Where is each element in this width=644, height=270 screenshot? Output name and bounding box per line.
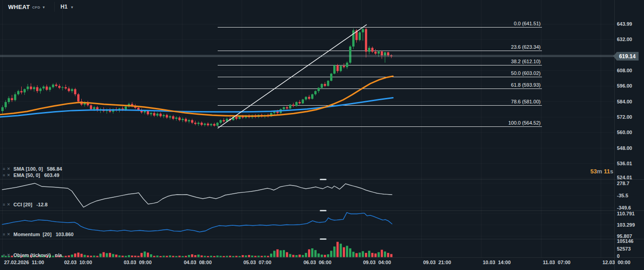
indicator-remove-icon[interactable]: ✕ <box>7 232 10 237</box>
time-axis-label: 11.03 07:00 <box>543 260 570 265</box>
timeframe-label: H1 <box>61 4 67 10</box>
countdown-seconds-unit: s <box>610 168 613 175</box>
svg-text:23.6 (623.34): 23.6 (623.34) <box>511 44 541 50</box>
panel-separators <box>0 0 644 270</box>
chevron-down-icon[interactable]: ▾ <box>71 5 73 9</box>
legend-row-volume: ≡ ✕ Objem (tickový) n/a <box>3 252 62 258</box>
grid-layer <box>0 0 615 258</box>
svg-text:50.0 (603.02): 50.0 (603.02) <box>511 70 541 76</box>
panel-resize-handle[interactable] <box>320 179 327 180</box>
fibonacci-retracement-layer: 0.0 (641.51)23.6 (623.34)38.2 (612.10)50… <box>218 21 542 127</box>
price-axis-label: 536.01 <box>617 161 632 166</box>
moving-averages-layer <box>0 76 393 117</box>
momentum-line-layer <box>2 213 392 232</box>
legend-row-ema: ≡ ✕ EMA [50, 0] 603.49 <box>3 172 59 178</box>
price-axis-label: 608.00 <box>617 68 632 73</box>
price-axis-label: 643.99 <box>617 21 632 27</box>
cci-line-layer <box>2 183 392 207</box>
time-axis-label: 09.03 21:00 <box>423 260 451 265</box>
indicator-value: -12.8 <box>36 202 47 207</box>
indicator-settings-icon[interactable]: ≡ <box>3 173 5 177</box>
indicator-settings-icon[interactable]: ≡ <box>3 253 5 257</box>
candle-countdown: 53m 11s <box>574 168 613 175</box>
svg-text:100.0 (564.52): 100.0 (564.52) <box>508 120 541 126</box>
countdown-minutes: 53 <box>590 168 597 175</box>
legend-row-sma: ≡ ✕ SMA [100, 0] 586.84 <box>3 166 62 172</box>
indicator-name: CCI [20] <box>14 202 33 207</box>
chart-canvas[interactable]: 0.0 (641.51)23.6 (623.34)38.2 (612.10)50… <box>0 0 644 270</box>
chart-topbar: WHEAT CFD ▾ H1 ▾ <box>0 0 644 14</box>
trading-chart-window: 0.0 (641.51)23.6 (623.34)38.2 (612.10)50… <box>0 0 644 270</box>
chevron-down-icon[interactable]: ▾ <box>42 5 45 9</box>
time-axis-label: 04.03 08:00 <box>184 260 212 265</box>
svg-text:38.2 (612.10): 38.2 (612.10) <box>511 59 541 64</box>
price-axis-label: 584.00 <box>617 99 632 104</box>
indicator-remove-icon[interactable]: ✕ <box>7 167 10 171</box>
indicator-settings-icon[interactable]: ≡ <box>3 167 5 171</box>
indicator-value: 103.860 <box>56 232 74 237</box>
panel-resize-handle[interactable] <box>320 238 327 240</box>
volume-axis-label: 105146 <box>617 238 634 244</box>
legend-row-momentum: ≡ ✕ Momentum [20] 103.860 <box>3 232 74 237</box>
indicator-settings-icon[interactable]: ≡ <box>3 202 5 207</box>
trend-line[interactable] <box>218 24 367 128</box>
price-axis-label: 596.00 <box>617 83 632 88</box>
indicator-name: Objem (tickový) <box>14 252 51 258</box>
indicator-remove-icon[interactable]: ✕ <box>7 253 10 257</box>
cci-axis-label: -35.5 <box>617 193 628 198</box>
momentum-axis-label: 110.791 <box>617 211 635 216</box>
svg-text:0.0 (641.51): 0.0 (641.51) <box>514 21 541 26</box>
time-axis-label: 06.03 06:00 <box>303 260 331 265</box>
time-axis-label: 27.02.2026 11:00 <box>4 260 44 265</box>
legend-row-cci: ≡ ✕ CCI [20] -12.8 <box>3 202 47 207</box>
indicator-value: 586.84 <box>47 166 62 172</box>
price-axis-label: 572.00 <box>617 114 632 120</box>
price-axis-label: 548.00 <box>617 145 632 151</box>
time-axis-label: 12.03 00:00 <box>602 260 630 265</box>
symbol-name: WHEAT <box>8 4 30 10</box>
time-axis-label: 03.03 09:00 <box>124 260 152 265</box>
indicator-name: Momentum [20] <box>14 232 51 237</box>
current-price-line <box>0 55 615 56</box>
indicator-settings-icon[interactable]: ≡ <box>3 232 5 237</box>
time-axis-label: 05.03 07:00 <box>243 260 271 265</box>
momentum-axis-label: 103.299 <box>617 222 635 228</box>
svg-text:78.6 (581.00): 78.6 (581.00) <box>511 99 541 104</box>
topbar-divider <box>54 2 55 12</box>
volume-axis-label: 52573 <box>617 246 631 251</box>
time-axis-label: 02.03 10:00 <box>64 260 92 265</box>
indicator-name: EMA [50, 0] <box>14 172 40 178</box>
cci-axis-label: -349.6 <box>617 205 631 210</box>
panel-resize-handle[interactable] <box>320 210 327 211</box>
cci-axis-label: 278.7 <box>617 181 630 186</box>
indicator-remove-icon[interactable]: ✕ <box>7 173 10 177</box>
price-axis-label: 632.00 <box>617 37 632 42</box>
indicator-remove-icon[interactable]: ✕ <box>7 202 10 207</box>
price-axis-label: 524.01 <box>617 175 632 180</box>
symbol-selector[interactable]: WHEAT CFD ▾ <box>8 4 45 10</box>
time-axis-label: 09.03 04:00 <box>363 260 391 265</box>
timeframe-selector[interactable]: H1 ▾ <box>61 4 73 10</box>
countdown-minutes-unit: m <box>597 168 602 175</box>
indicator-value: 603.49 <box>44 172 60 178</box>
current-price-badge: 619.14 <box>613 52 639 61</box>
price-axis-label: 560.00 <box>617 130 632 135</box>
market-type-badge: CFD <box>32 5 40 9</box>
countdown-seconds: 11 <box>604 168 610 175</box>
volume-axis-label: 0 <box>617 253 620 259</box>
indicator-value: n/a <box>55 252 62 258</box>
time-axis-label: 10.03 14:00 <box>483 260 511 265</box>
indicator-name: SMA [100, 0] <box>14 166 43 172</box>
svg-text:61.8 (593.93): 61.8 (593.93) <box>511 82 541 88</box>
